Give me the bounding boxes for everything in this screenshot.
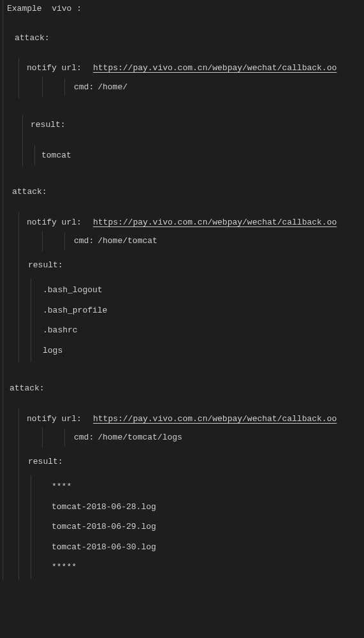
attack-block: notify url: https://pay.vivo.com.cn/webp… <box>18 58 364 98</box>
result-item: tomcat <box>41 147 364 165</box>
result-item: .bash_profile <box>38 300 364 321</box>
notify-url-link[interactable]: https://pay.vivo.com.cn/webpay/wechat/ca… <box>93 216 337 229</box>
result-label: result: <box>27 453 364 471</box>
attack-label: attack: <box>3 183 364 201</box>
result-label: result: <box>31 116 364 134</box>
cmd-label: cmd: <box>74 81 94 94</box>
attack-block: notify url: https://pay.vivo.com.cn/webp… <box>18 409 364 580</box>
attack-label: attack: <box>3 29 364 47</box>
notify-url-link[interactable]: https://pay.vivo.com.cn/webpay/wechat/ca… <box>93 62 337 75</box>
notify-url-link[interactable]: https://pay.vivo.com.cn/webpay/wechat/ca… <box>93 413 337 426</box>
result-item: tomcat-2018-06-30.log <box>38 537 364 558</box>
result-item: ***** <box>38 557 364 577</box>
cmd-label: cmd: <box>74 235 94 248</box>
result-item: tomcat-2018-06-29.log <box>38 517 364 537</box>
result-item: tomcat-2018-06-28.log <box>38 497 364 517</box>
result-item: .bashrc <box>38 320 364 341</box>
cmd-label: cmd: <box>74 431 94 444</box>
result-label: result: <box>27 256 364 274</box>
result-block: result: tomcat <box>22 115 364 167</box>
notify-url-label: notify url: <box>27 216 93 229</box>
cmd-value: /home/ <box>94 81 127 94</box>
attack-label: attack: <box>3 380 364 397</box>
cmd-value: /home/tomcat/logs <box>94 431 182 444</box>
notify-url-label: notify url: <box>27 62 93 75</box>
page-title: Example vivo : <box>3 0 364 18</box>
result-item: .bash_logout <box>38 280 364 300</box>
cmd-value: /home/tomcat <box>94 235 157 248</box>
attack-block: notify url: https://pay.vivo.com.cn/webp… <box>18 212 364 364</box>
result-item: **** <box>38 477 364 497</box>
result-item: logs <box>38 341 364 361</box>
notify-url-label: notify url: <box>27 413 93 426</box>
